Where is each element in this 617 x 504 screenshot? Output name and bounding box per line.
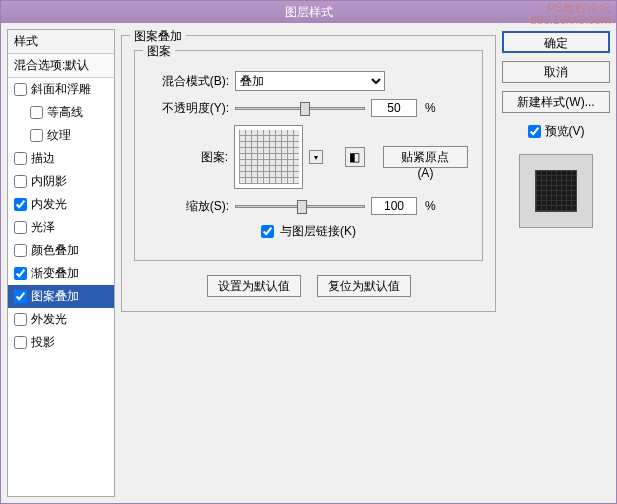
styles-header[interactable]: 样式 bbox=[8, 30, 114, 54]
style-label-1: 等高线 bbox=[47, 104, 83, 121]
style-checkbox-2[interactable] bbox=[30, 129, 43, 142]
pattern-preview bbox=[239, 130, 299, 184]
content: 样式 混合选项:默认 斜面和浮雕等高线纹理描边内阴影内发光光泽颜色叠加渐变叠加图… bbox=[1, 23, 616, 503]
style-label-5: 内发光 bbox=[31, 196, 67, 213]
link-with-layer-checkbox[interactable] bbox=[261, 225, 274, 238]
scale-label: 缩放(S): bbox=[149, 198, 229, 215]
style-item-0[interactable]: 斜面和浮雕 bbox=[8, 78, 114, 101]
opacity-slider[interactable] bbox=[235, 107, 365, 110]
opacity-label: 不透明度(Y): bbox=[149, 100, 229, 117]
style-label-8: 渐变叠加 bbox=[31, 265, 79, 282]
blend-mode-select[interactable]: 叠加 bbox=[235, 71, 385, 91]
pattern-swatch[interactable] bbox=[234, 125, 303, 189]
style-label-7: 颜色叠加 bbox=[31, 242, 79, 259]
style-item-3[interactable]: 描边 bbox=[8, 147, 114, 170]
pattern-row: 图案: ▾ ◧ 贴紧原点(A) bbox=[149, 125, 468, 189]
opacity-thumb[interactable] bbox=[300, 102, 310, 116]
preview-label: 预览(V) bbox=[545, 123, 585, 140]
style-checkbox-7[interactable] bbox=[14, 244, 27, 257]
scale-row: 缩放(S): % bbox=[149, 197, 468, 215]
style-item-10[interactable]: 外发光 bbox=[8, 308, 114, 331]
preview-checkbox[interactable] bbox=[528, 125, 541, 138]
set-default-button[interactable]: 设置为默认值 bbox=[207, 275, 301, 297]
style-item-2[interactable]: 纹理 bbox=[8, 124, 114, 147]
scale-thumb[interactable] bbox=[297, 200, 307, 214]
style-item-6[interactable]: 光泽 bbox=[8, 216, 114, 239]
link-with-layer-label: 与图层链接(K) bbox=[280, 223, 356, 240]
new-style-button[interactable]: 新建样式(W)... bbox=[502, 91, 610, 113]
style-checkbox-10[interactable] bbox=[14, 313, 27, 326]
snap-origin-button[interactable]: 贴紧原点(A) bbox=[383, 146, 468, 168]
preview-row: 预览(V) bbox=[502, 123, 610, 140]
sub-label: 图案 bbox=[143, 43, 175, 60]
scale-input[interactable] bbox=[371, 197, 417, 215]
style-label-9: 图案叠加 bbox=[31, 288, 79, 305]
pattern-group: 图案 混合模式(B): 叠加 不透明度(Y): % bbox=[134, 50, 483, 261]
new-preset-icon[interactable]: ◧ bbox=[345, 147, 365, 167]
style-label-0: 斜面和浮雕 bbox=[31, 81, 91, 98]
layer-style-dialog: 图层样式 PS教程论坛 bbs.16xx8.com 样式 混合选项:默认 斜面和… bbox=[0, 0, 617, 504]
link-row: 与图层链接(K) bbox=[149, 223, 468, 240]
style-item-4[interactable]: 内阴影 bbox=[8, 170, 114, 193]
styles-panel: 样式 混合选项:默认 斜面和浮雕等高线纹理描边内阴影内发光光泽颜色叠加渐变叠加图… bbox=[7, 29, 115, 497]
titlebar: 图层样式 bbox=[1, 1, 616, 23]
cancel-button[interactable]: 取消 bbox=[502, 61, 610, 83]
percent-label: % bbox=[425, 101, 436, 115]
window-title: 图层样式 bbox=[285, 5, 333, 19]
style-label-3: 描边 bbox=[31, 150, 55, 167]
preview-thumbnail bbox=[535, 170, 577, 212]
style-item-9[interactable]: 图案叠加 bbox=[8, 285, 114, 308]
style-checkbox-5[interactable] bbox=[14, 198, 27, 211]
style-label-6: 光泽 bbox=[31, 219, 55, 236]
percent-label-2: % bbox=[425, 199, 436, 213]
style-label-11: 投影 bbox=[31, 334, 55, 351]
blend-options-default[interactable]: 混合选项:默认 bbox=[8, 54, 114, 78]
style-item-1[interactable]: 等高线 bbox=[8, 101, 114, 124]
defaults-row: 设置为默认值 复位为默认值 bbox=[134, 275, 483, 297]
style-checkbox-4[interactable] bbox=[14, 175, 27, 188]
style-item-11[interactable]: 投影 bbox=[8, 331, 114, 354]
pattern-label: 图案: bbox=[149, 149, 228, 166]
style-item-5[interactable]: 内发光 bbox=[8, 193, 114, 216]
style-item-8[interactable]: 渐变叠加 bbox=[8, 262, 114, 285]
pattern-dropdown-icon[interactable]: ▾ bbox=[309, 150, 323, 164]
opacity-row: 不透明度(Y): % bbox=[149, 99, 468, 117]
blend-mode-row: 混合模式(B): 叠加 bbox=[149, 71, 468, 91]
ok-button[interactable]: 确定 bbox=[502, 31, 610, 53]
style-label-10: 外发光 bbox=[31, 311, 67, 328]
scale-slider[interactable] bbox=[235, 205, 365, 208]
style-checkbox-8[interactable] bbox=[14, 267, 27, 280]
right-panel: 确定 取消 新建样式(W)... 预览(V) bbox=[502, 29, 610, 497]
style-checkbox-11[interactable] bbox=[14, 336, 27, 349]
style-item-7[interactable]: 颜色叠加 bbox=[8, 239, 114, 262]
watermark: PS教程论坛 bbs.16xx8.com bbox=[530, 2, 611, 26]
style-label-4: 内阴影 bbox=[31, 173, 67, 190]
reset-default-button[interactable]: 复位为默认值 bbox=[317, 275, 411, 297]
style-checkbox-0[interactable] bbox=[14, 83, 27, 96]
main-panel: 图案叠加 图案 混合模式(B): 叠加 不透明度(Y): bbox=[121, 29, 496, 497]
pattern-overlay-group: 图案叠加 图案 混合模式(B): 叠加 不透明度(Y): bbox=[121, 35, 496, 312]
preview-box bbox=[519, 154, 593, 228]
style-checkbox-9[interactable] bbox=[14, 290, 27, 303]
blend-mode-label: 混合模式(B): bbox=[149, 73, 229, 90]
style-checkbox-1[interactable] bbox=[30, 106, 43, 119]
opacity-input[interactable] bbox=[371, 99, 417, 117]
style-checkbox-3[interactable] bbox=[14, 152, 27, 165]
style-checkbox-6[interactable] bbox=[14, 221, 27, 234]
style-label-2: 纹理 bbox=[47, 127, 71, 144]
